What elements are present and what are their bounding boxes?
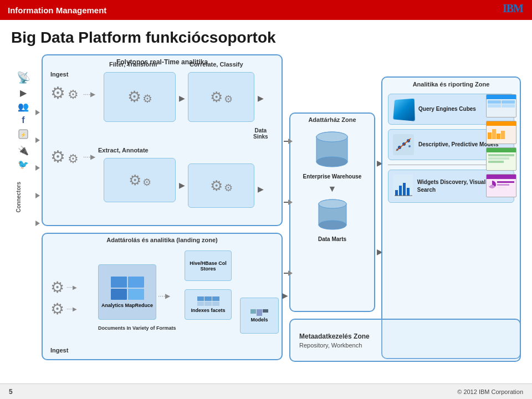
- connector-wifi: 📡: [17, 71, 30, 84]
- arrow-head2: [288, 200, 293, 205]
- bar-chart-icon: [393, 175, 413, 198]
- correlate-label: Correlate, Classify: [190, 61, 243, 68]
- connector-people: 👥: [18, 101, 29, 112]
- connectors-column: 📡 ▶ 👥 f ⚡: [11, 71, 35, 337]
- header-title: Information Management: [8, 6, 106, 15]
- gear-er2: ⚙: [224, 182, 233, 194]
- extract-box-gears: ⚙ ⚙: [129, 172, 151, 189]
- landing-gears: ⚙ ····▶ ⚙ ····▶: [50, 278, 77, 318]
- indexes-label: Indexes facets: [191, 308, 225, 313]
- documents-area: Documents In Variety of Formats: [98, 325, 176, 331]
- connectors-label: Connectors: [16, 182, 22, 213]
- ss4-l2: [497, 184, 509, 186]
- footer: 5 © 2012 IBM Corporation: [0, 383, 532, 399]
- header-bar: Information Management IBM: [0, 0, 532, 20]
- svg-text:⚡: ⚡: [21, 132, 26, 137]
- mr-block3: [111, 289, 127, 300]
- models-visual: [250, 309, 268, 316]
- extract-box: ⚙ ⚙: [104, 158, 176, 202]
- screenshot-1: [486, 94, 516, 117]
- data-marts-db-icon: [316, 197, 349, 233]
- analytics-mr-label: Analytics MapReduce: [101, 303, 153, 308]
- realtime-zone-label: Folytonos real-Time analitika: [43, 55, 282, 66]
- warehouse-zone: Adattárház Zone Enterprise Warehouse ▼: [289, 112, 375, 312]
- idx6: [212, 301, 219, 306]
- arrow-landing-out: ▶: [282, 290, 288, 300]
- model-scatter-icon: [393, 134, 414, 155]
- m2: [257, 309, 262, 316]
- ingest-label: Ingest: [50, 71, 68, 78]
- ss4-header: [487, 175, 516, 179]
- enterprise-label: Enterprise Warehouse: [290, 173, 374, 180]
- footer-copyright: © 2012 IBM Corporation: [457, 388, 523, 395]
- arrow-4: [35, 193, 40, 198]
- screenshot-2: [486, 121, 516, 144]
- meta-zone-label: Metaadatkezelés Zone: [299, 332, 511, 340]
- cube-icon: [393, 99, 415, 121]
- gear-l2: ⚙: [50, 300, 64, 318]
- footer-page-number: 5: [9, 388, 13, 396]
- landing-zone: Adattárolás és analitika (landing zone) …: [42, 233, 283, 360]
- hive-label: Hive/HBase Col Stores: [185, 260, 231, 272]
- idx2: [204, 296, 212, 301]
- ss2-bar3: [497, 134, 500, 139]
- svg-point-5: [316, 132, 347, 142]
- svg-point-15: [408, 145, 411, 147]
- ss1-header: [487, 95, 516, 99]
- connector-facebook: f: [22, 115, 24, 125]
- ss4-body: [487, 179, 516, 190]
- svg-point-9: [319, 200, 346, 208]
- arrow-3: [35, 165, 40, 171]
- arrow-rt-wh2: [284, 200, 293, 205]
- gear-ingest-2: ⚙: [68, 88, 79, 102]
- data-marts-label: Data Marts: [290, 236, 374, 242]
- twitter-icon: 🐦: [18, 159, 29, 170]
- ingest-gears: ⚙ ⚙ ····▶: [50, 83, 98, 103]
- svg-rect-20: [403, 183, 406, 196]
- page-title: Big Data Platform funkciócsoportok: [11, 29, 521, 47]
- arrow-line: [284, 141, 288, 142]
- ss3-line2: [488, 157, 509, 160]
- screenshot-container: Information Management IBM Big Data Plat…: [0, 0, 532, 399]
- idx4: [197, 301, 204, 306]
- hive-box: Hive/HBase Col Stores: [185, 250, 232, 281]
- gear-eb2: ⚙: [142, 176, 151, 188]
- diagram: 📡 ▶ 👥 f ⚡: [11, 54, 521, 381]
- indexes-visual: [197, 296, 219, 306]
- gear-f2: ⚙: [142, 92, 152, 105]
- enterprise-warehouse-area: Enterprise Warehouse: [290, 129, 374, 180]
- svg-rect-19: [399, 186, 402, 196]
- arrow-5: [35, 221, 40, 226]
- wifi-icon: 📡: [17, 71, 30, 84]
- gear-f1: ⚙: [127, 88, 141, 106]
- arrow-mr-hive: ····▶: [158, 290, 170, 300]
- landing-gear-row1: ⚙ ····▶: [50, 278, 77, 296]
- gear-c1: ⚙: [210, 89, 223, 106]
- ss3-line1: [488, 154, 514, 156]
- filter-box: ⚙ ⚙: [104, 72, 176, 122]
- ss1-b1: [488, 100, 501, 104]
- facebook-icon: f: [22, 115, 24, 125]
- correlate-gears: ⚙ ⚙: [210, 89, 233, 106]
- video-icon: ▶: [20, 88, 27, 98]
- extract-right-gears: ⚙ ⚙: [210, 177, 233, 195]
- arrow-head3: [288, 270, 293, 276]
- arrow-filter-correlate: ▶: [179, 93, 185, 103]
- ss2-bar4: [501, 131, 505, 139]
- connector-meter: ⚡: [18, 129, 29, 142]
- ss4-l3: [497, 187, 506, 188]
- ss4-pie: [488, 181, 496, 188]
- models-label: Models: [250, 317, 268, 323]
- ss2-header: [487, 121, 516, 126]
- extract-gears: ⚙ ⚙ ····▶: [50, 147, 98, 166]
- arrow-head: [288, 139, 293, 144]
- arrow-1: [35, 110, 40, 115]
- ss1-b2: [502, 100, 515, 104]
- screenshot-4: [486, 174, 516, 197]
- connector-plug: 🔌: [18, 145, 29, 156]
- connector-twitter: 🐦: [18, 159, 29, 170]
- correlate-box: ⚙ ⚙: [188, 72, 254, 122]
- ss1-body: [487, 99, 516, 109]
- indexes-box: Indexes facets: [185, 289, 232, 320]
- meta-zone: Metaadatkezelés Zone Repository, Workben…: [289, 319, 521, 362]
